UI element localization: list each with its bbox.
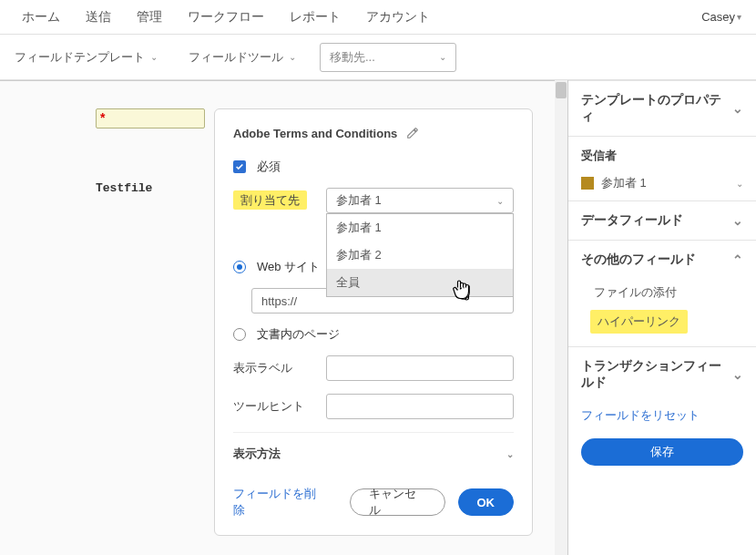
toolbar: フィールドテンプレート ⌄ フィールドツール ⌄ 移動先... ⌄ [0,35,756,80]
assign-to-label: 割り当て先 [233,190,307,210]
main: Testfile Adobe Terms and Conditions 必須 [0,80,756,555]
hyperlink-item[interactable]: ハイパーリンク [590,310,688,334]
chevron-down-icon: ⌄ [732,213,743,228]
assign-option-everyone[interactable]: 全員 [327,269,513,296]
assign-option-participant1[interactable]: 参加者 1 [327,214,513,242]
data-fields-section[interactable]: データフィールド ⌄ [568,200,756,240]
display-method-label: 表示方法 [233,446,281,462]
radio-website-label: Web サイト [257,259,320,275]
field-tool-label: フィールドツール [189,49,283,66]
document-canvas[interactable]: Testfile Adobe Terms and Conditions 必須 [0,80,555,555]
pencil-icon[interactable] [406,127,419,139]
chevron-down-icon: ⌄ [496,196,504,206]
right-panel: テンプレートのプロパティ ⌄ 受信者 参加者 1 ⌄ データフィールド ⌄ その… [568,80,756,555]
chevron-up-icon: ⌃ [732,252,743,267]
other-fields-label: その他のフィールド [581,252,696,268]
nav-report[interactable]: レポート [277,9,353,26]
field-template-label: フィールドテンプレート [15,49,145,66]
transaction-fields-section[interactable]: トランザクションフィールド ⌄ [568,346,756,402]
transaction-fields-label: トランザクションフィールド [581,358,732,391]
assign-to-menu: 参加者 1 参加者 2 全員 [326,213,514,297]
chevron-down-icon: ⌄ [736,179,743,189]
display-label-input[interactable] [326,355,514,381]
user-name: Casey [701,10,735,24]
color-swatch [581,177,594,190]
other-fields-section[interactable]: その他のフィールド ⌃ [568,240,756,279]
assign-option-participant2[interactable]: 参加者 2 [327,242,513,269]
nav-manage[interactable]: 管理 [124,9,175,26]
form-field-required[interactable] [96,108,205,128]
caret-down-icon: ▾ [737,12,741,22]
tooltip-label: ツールヒント [233,398,315,415]
field-tool-dropdown[interactable]: フィールドツール ⌄ [181,44,303,71]
recipients-header: 受信者 [581,148,743,164]
required-label: 必須 [257,159,281,175]
popover-title: Adobe Terms and Conditions [233,127,397,140]
radio-website[interactable] [233,261,246,273]
nav-send[interactable]: 送信 [73,9,124,26]
radio-doc-page[interactable] [233,328,246,341]
participant-name: 参加者 1 [601,175,729,191]
chevron-down-icon: ⌄ [732,101,743,116]
nav-account[interactable]: アカウント [353,9,443,26]
cancel-button[interactable]: キャンセル [350,488,445,516]
reset-fields-link[interactable]: フィールドをリセット [568,402,756,429]
top-nav: ホーム 送信 管理 ワークフロー レポート アカウント Casey ▾ [0,0,756,35]
recipient-participant1[interactable]: 参加者 1 ⌄ [581,170,743,197]
move-to-dropdown[interactable]: 移動先... ⌄ [320,43,456,72]
canvas-wrap: Testfile Adobe Terms and Conditions 必須 [0,80,568,555]
tooltip-input[interactable] [326,394,514,419]
save-button[interactable]: 保存 [581,438,743,466]
template-properties-section[interactable]: テンプレートのプロパティ ⌄ [568,80,756,136]
move-to-label: 移動先... [330,49,375,66]
user-menu[interactable]: Casey ▾ [696,10,747,24]
scrollbar[interactable] [555,80,567,555]
testfile-text: Testfile [96,181,152,195]
template-properties-label: テンプレートのプロパティ [581,92,732,125]
delete-field-link[interactable]: フィールドを削除 [233,486,324,519]
nav-home[interactable]: ホーム [9,9,73,26]
assign-to-select[interactable]: 参加者 1 ⌄ 参加者 1 参加者 2 全員 [326,188,514,213]
display-method-section[interactable]: 表示方法 ⌄ [233,432,514,462]
required-checkbox[interactable] [233,160,246,173]
chevron-down-icon: ⌄ [289,52,296,62]
scrollbar-thumb[interactable] [556,82,567,98]
file-attach-item[interactable]: ファイルの添付 [568,279,756,306]
chevron-down-icon: ⌄ [150,52,158,62]
chevron-down-icon: ⌄ [732,367,743,382]
nav-workflow[interactable]: ワークフロー [175,9,277,26]
radio-doc-page-label: 文書内のページ [257,326,340,343]
field-properties-popover: Adobe Terms and Conditions 必須 割り当て先 参加者 … [214,108,533,536]
display-label-label: 表示ラベル [233,360,315,376]
field-template-dropdown[interactable]: フィールドテンプレート ⌄ [7,44,165,71]
chevron-down-icon: ⌄ [439,52,446,62]
ok-button[interactable]: OK [458,488,515,516]
chevron-down-icon: ⌄ [506,449,514,459]
assign-to-selected: 参加者 1 [336,192,382,209]
data-fields-label: データフィールド [581,212,683,229]
